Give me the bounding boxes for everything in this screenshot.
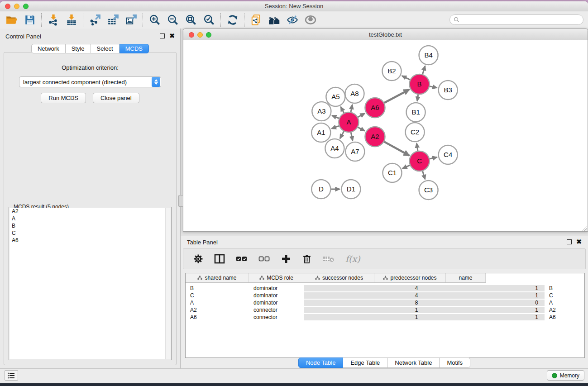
table-row[interactable]: Adominator80A xyxy=(186,299,584,306)
save-session-button[interactable] xyxy=(21,13,39,27)
optimization-criterion-dropdown[interactable]: largest connected component (directed) xyxy=(19,76,161,87)
column-header-name[interactable]: name xyxy=(446,273,486,282)
function-builder-button[interactable]: f(x) xyxy=(345,254,360,264)
task-history-button[interactable] xyxy=(5,370,18,381)
tab-edge-table[interactable]: Edge Table xyxy=(343,357,387,368)
minimize-window-button[interactable] xyxy=(14,4,19,9)
graph-node-C[interactable]: C xyxy=(410,151,430,171)
graph-node-A6[interactable]: A6 xyxy=(365,98,385,118)
network-maximize-button[interactable] xyxy=(206,32,211,38)
close-table-panel-icon[interactable]: ✖ xyxy=(576,239,582,244)
network-close-button[interactable] xyxy=(189,32,194,38)
graph-node-A4[interactable]: A4 xyxy=(325,139,344,158)
column-header-MCDS-role[interactable]: MCDS role xyxy=(249,273,304,282)
graph-edge-A2-C[interactable] xyxy=(384,142,409,155)
graph-node-B2[interactable]: B2 xyxy=(382,62,401,81)
hide-selected-button[interactable] xyxy=(283,13,301,27)
column-header-successor-nodes[interactable]: successor nodes xyxy=(304,273,374,282)
graph-node-A3[interactable]: A3 xyxy=(312,102,331,121)
graph-node-C2[interactable]: C2 xyxy=(406,123,425,142)
graph-node-C3[interactable]: C3 xyxy=(419,181,438,200)
result-item-b[interactable]: B xyxy=(10,222,171,229)
graph-edge-C-C1[interactable] xyxy=(402,165,410,168)
result-item-a6[interactable]: A6 xyxy=(10,237,171,244)
result-item-c[interactable]: C xyxy=(10,229,171,237)
result-scrollbar[interactable] xyxy=(165,208,171,359)
graph-edge-A-A4[interactable] xyxy=(340,131,344,138)
network-minimize-button[interactable] xyxy=(197,32,203,38)
graph-node-A7[interactable]: A7 xyxy=(345,142,364,161)
graph-edge-B-B3[interactable] xyxy=(430,86,437,88)
graph-edge-C-C4[interactable] xyxy=(430,157,437,159)
zoom-fit-button[interactable] xyxy=(182,13,200,27)
zoom-selected-button[interactable] xyxy=(200,13,218,27)
table-row[interactable]: Cdominator41C xyxy=(186,292,584,299)
graph-node-A8[interactable]: A8 xyxy=(345,84,364,103)
split-divider-handle[interactable] xyxy=(178,195,183,207)
graph-node-C1[interactable]: C1 xyxy=(382,163,402,182)
float-panel-icon[interactable] xyxy=(160,33,165,38)
result-item-a[interactable]: A xyxy=(10,215,171,222)
graph-node-A5[interactable]: A5 xyxy=(326,87,345,106)
zoom-in-button[interactable] xyxy=(146,13,164,27)
export-image-button[interactable] xyxy=(122,13,140,27)
delete-table-button[interactable] xyxy=(323,254,335,263)
delete-column-button[interactable] xyxy=(302,254,312,264)
graph-edge-B-B1[interactable] xyxy=(417,95,418,101)
column-header-predecessor-nodes[interactable]: predecessor nodes xyxy=(374,273,446,282)
graph-edge-A-A3[interactable] xyxy=(332,115,339,118)
graph-node-D[interactable]: D xyxy=(311,180,330,199)
tab-network[interactable]: Network xyxy=(31,44,66,53)
search-input[interactable] xyxy=(462,16,581,24)
memory-button[interactable]: Memory xyxy=(547,370,584,381)
settings-button[interactable] xyxy=(193,254,203,264)
tab-motifs[interactable]: Motifs xyxy=(440,357,470,368)
graph-node-A[interactable]: A xyxy=(339,112,359,132)
first-neighbors-button[interactable] xyxy=(265,13,283,27)
graph-node-B3[interactable]: B3 xyxy=(439,81,458,100)
graph-node-B4[interactable]: B4 xyxy=(419,46,438,65)
export-network-button[interactable] xyxy=(86,13,104,27)
import-network-button[interactable] xyxy=(44,13,62,27)
tab-mcds[interactable]: MCDS xyxy=(120,44,149,53)
toggle-columns-button[interactable] xyxy=(214,254,225,264)
graph-node-A2[interactable]: A2 xyxy=(365,127,385,147)
open-session-button[interactable] xyxy=(3,13,21,27)
graph-edge-A-A8[interactable] xyxy=(351,105,352,112)
graph-edge-C-C2[interactable] xyxy=(416,143,418,151)
graph-edge-B-B2[interactable] xyxy=(402,76,410,80)
clone-network-button[interactable] xyxy=(247,13,265,27)
zoom-out-button[interactable] xyxy=(164,13,182,27)
export-table-button[interactable] xyxy=(104,13,122,27)
table-row[interactable]: A6connector11A6 xyxy=(186,314,584,321)
graph-edge-A-A6[interactable] xyxy=(358,114,365,117)
close-panel-icon[interactable]: ✖ xyxy=(169,33,175,38)
graph-edge-A-A1[interactable] xyxy=(332,126,339,129)
table-row[interactable]: Bdominator41B xyxy=(186,285,584,292)
maximize-window-button[interactable] xyxy=(23,4,29,9)
network-canvas[interactable]: B4 B2 B B3 A8 A5 A6 A3 B1 A C2 A1 A2 A4 … xyxy=(183,40,588,231)
graph-node-D1[interactable]: D1 xyxy=(341,180,360,199)
deselect-all-rows-button[interactable] xyxy=(258,254,270,264)
show-all-button[interactable] xyxy=(301,13,320,27)
graph-edge-B-B4[interactable] xyxy=(422,66,425,74)
tab-select[interactable]: Select xyxy=(91,44,120,53)
graph-edge-A-A5[interactable] xyxy=(341,107,344,113)
import-table-button[interactable] xyxy=(62,13,81,27)
search-field[interactable] xyxy=(449,14,583,25)
tab-network-table[interactable]: Network Table xyxy=(387,357,440,368)
float-table-panel-icon[interactable] xyxy=(567,239,572,244)
graph-edge-A6-B[interactable] xyxy=(384,90,409,103)
close-window-button[interactable] xyxy=(5,4,10,9)
run-mcds-button[interactable]: Run MCDS xyxy=(41,93,86,103)
tab-node-table[interactable]: Node Table xyxy=(298,357,344,368)
graph-node-C4[interactable]: C4 xyxy=(439,145,458,164)
graph-node-B1[interactable]: B1 xyxy=(406,103,425,122)
table-row[interactable]: A2connector11A2 xyxy=(186,306,584,314)
graph-edge-A-A2[interactable] xyxy=(358,127,365,131)
graph-node-B[interactable]: B xyxy=(410,74,430,94)
graph-edge-A-A7[interactable] xyxy=(351,133,353,141)
close-panel-button[interactable]: Close panel xyxy=(93,93,139,103)
refresh-button[interactable] xyxy=(224,13,242,27)
add-column-button[interactable] xyxy=(281,254,291,264)
